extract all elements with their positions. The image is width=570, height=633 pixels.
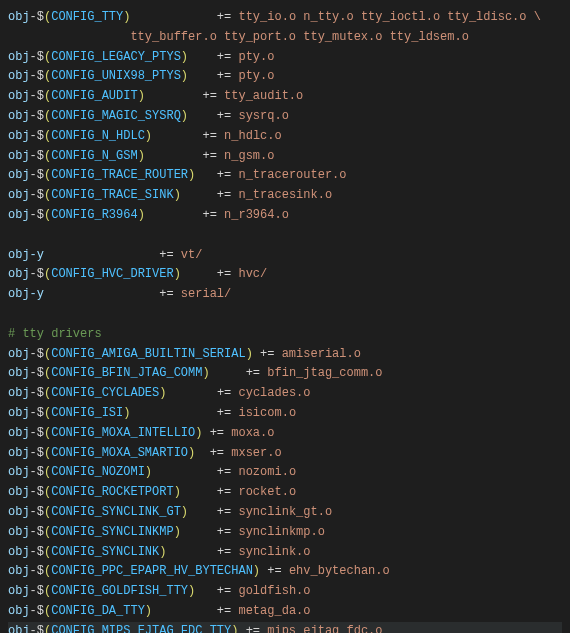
operator: += xyxy=(217,545,239,559)
config-var: CONFIG_SYNCLINKMP xyxy=(51,525,173,539)
config-var: CONFIG_MIPS_EJTAG_FDC_TTY xyxy=(51,624,231,633)
code-line: obj-$(CONFIG_BFIN_JTAG_COMM) += bfin_jta… xyxy=(8,364,562,384)
target-prefix: obj xyxy=(8,149,30,163)
target-files: metag_da.o xyxy=(238,604,310,618)
target-prefix: obj xyxy=(8,525,30,539)
config-var: CONFIG_ROCKETPORT xyxy=(51,485,173,499)
target-var: obj-y xyxy=(8,287,44,301)
target-prefix: obj xyxy=(8,604,30,618)
operator: += xyxy=(217,267,239,281)
config-var: CONFIG_AMIGA_BUILTIN_SERIAL xyxy=(51,347,245,361)
config-var: CONFIG_R3964 xyxy=(51,208,137,222)
target-prefix: obj xyxy=(8,69,30,83)
config-var: CONFIG_PPC_EPAPR_HV_BYTECHAN xyxy=(51,564,253,578)
code-line: obj-$(CONFIG_SYNCLINK_GT) += synclink_gt… xyxy=(8,503,562,523)
target-files: tty_audit.o xyxy=(224,89,303,103)
target-prefix: obj xyxy=(8,347,30,361)
config-var: CONFIG_TRACE_ROUTER xyxy=(51,168,188,182)
config-var: CONFIG_GOLDFISH_TTY xyxy=(51,584,188,598)
target-files: goldfish.o xyxy=(238,584,310,598)
operator: += xyxy=(217,525,239,539)
comment-text: # tty drivers xyxy=(8,327,102,341)
config-var: CONFIG_AUDIT xyxy=(51,89,137,103)
target-var: obj-y xyxy=(8,248,44,262)
target-prefix: obj xyxy=(8,188,30,202)
config-var: CONFIG_TRACE_SINK xyxy=(51,188,173,202)
config-var: CONFIG_TTY xyxy=(51,10,123,24)
operator: += xyxy=(217,584,239,598)
code-line: obj-y += serial/ xyxy=(8,285,562,305)
target-files: moxa.o xyxy=(231,426,274,440)
code-line: obj-$(CONFIG_HVC_DRIVER) += hvc/ xyxy=(8,265,562,285)
target-files: synclinkmp.o xyxy=(238,525,324,539)
code-line: obj-y += vt/ xyxy=(8,246,562,266)
code-line: obj-$(CONFIG_MOXA_INTELLIO) += moxa.o xyxy=(8,424,562,444)
target-files: synclink.o xyxy=(238,545,310,559)
operator: += xyxy=(217,50,239,64)
target-prefix: obj xyxy=(8,505,30,519)
code-line: obj-$(CONFIG_MAGIC_SYSRQ) += sysrq.o xyxy=(8,107,562,127)
operator: += xyxy=(202,208,224,222)
target-prefix: obj xyxy=(8,545,30,559)
target-prefix: obj xyxy=(8,109,30,123)
config-var: CONFIG_UNIX98_PTYS xyxy=(51,69,181,83)
target-prefix: obj xyxy=(8,564,30,578)
target-files: hvc/ xyxy=(238,267,267,281)
operator: += xyxy=(246,624,268,633)
config-var: CONFIG_NOZOMI xyxy=(51,465,145,479)
operator: += xyxy=(267,564,289,578)
target-files: vt/ xyxy=(181,248,203,262)
code-line: obj-$(CONFIG_ROCKETPORT) += rocket.o xyxy=(8,483,562,503)
config-var: CONFIG_N_GSM xyxy=(51,149,137,163)
operator: += xyxy=(217,386,239,400)
operator: += xyxy=(217,485,239,499)
operator: += xyxy=(202,129,224,143)
config-var: CONFIG_SYNCLINK_GT xyxy=(51,505,181,519)
target-prefix: obj xyxy=(8,446,30,460)
config-var: CONFIG_MAGIC_SYSRQ xyxy=(51,109,181,123)
operator: += xyxy=(217,505,239,519)
code-line: obj-$(CONFIG_AUDIT) += tty_audit.o xyxy=(8,87,562,107)
target-prefix: obj xyxy=(8,465,30,479)
target-files: bfin_jtag_comm.o xyxy=(267,366,382,380)
config-var: CONFIG_BFIN_JTAG_COMM xyxy=(51,366,202,380)
target-files: rocket.o xyxy=(238,485,296,499)
continuation-files: tty_buffer.o tty_port.o tty_mutex.o tty_… xyxy=(130,30,468,44)
operator: += xyxy=(260,347,282,361)
target-files: synclink_gt.o xyxy=(238,505,332,519)
target-prefix: obj xyxy=(8,168,30,182)
target-prefix: obj xyxy=(8,129,30,143)
target-files: n_tracerouter.o xyxy=(238,168,346,182)
code-line: obj-$(CONFIG_N_GSM) += n_gsm.o xyxy=(8,147,562,167)
target-prefix: obj xyxy=(8,366,30,380)
code-line: obj-$(CONFIG_LEGACY_PTYS) += pty.o xyxy=(8,48,562,68)
target-files: n_tracesink.o xyxy=(238,188,332,202)
target-prefix: obj xyxy=(8,584,30,598)
code-line: obj-$(CONFIG_DA_TTY) += metag_da.o xyxy=(8,602,562,622)
code-line: obj-$(CONFIG_PPC_EPAPR_HV_BYTECHAN) += e… xyxy=(8,562,562,582)
target-files: sysrq.o xyxy=(238,109,288,123)
code-line: obj-$(CONFIG_MOXA_SMARTIO) += mxser.o xyxy=(8,444,562,464)
operator: += xyxy=(217,604,239,618)
operator: += xyxy=(159,287,181,301)
code-line: obj-$(CONFIG_NOZOMI) += nozomi.o xyxy=(8,463,562,483)
operator: += xyxy=(217,109,239,123)
target-prefix: obj xyxy=(8,50,30,64)
target-files: pty.o xyxy=(238,50,274,64)
config-var: CONFIG_MOXA_SMARTIO xyxy=(51,446,188,460)
target-files: tty_io.o n_tty.o tty_ioctl.o tty_ldisc.o… xyxy=(238,10,540,24)
operator: += xyxy=(217,69,239,83)
operator: += xyxy=(202,89,224,103)
target-files: nozomi.o xyxy=(238,465,296,479)
config-var: CONFIG_DA_TTY xyxy=(51,604,145,618)
config-var: CONFIG_N_HDLC xyxy=(51,129,145,143)
code-line: obj-$(CONFIG_TRACE_SINK) += n_tracesink.… xyxy=(8,186,562,206)
code-block: obj-$(CONFIG_TTY) += tty_io.o n_tty.o tt… xyxy=(8,8,562,633)
code-line: obj-$(CONFIG_R3964) += n_r3964.o xyxy=(8,206,562,226)
code-line: obj-$(CONFIG_SYNCLINKMP) += synclinkmp.o xyxy=(8,523,562,543)
code-line: obj-$(CONFIG_SYNCLINK) += synclink.o xyxy=(8,543,562,563)
target-files: isicom.o xyxy=(238,406,296,420)
target-files: n_gsm.o xyxy=(224,149,274,163)
operator: += xyxy=(217,406,239,420)
code-line: obj-$(CONFIG_MIPS_EJTAG_FDC_TTY) += mips… xyxy=(8,622,562,633)
